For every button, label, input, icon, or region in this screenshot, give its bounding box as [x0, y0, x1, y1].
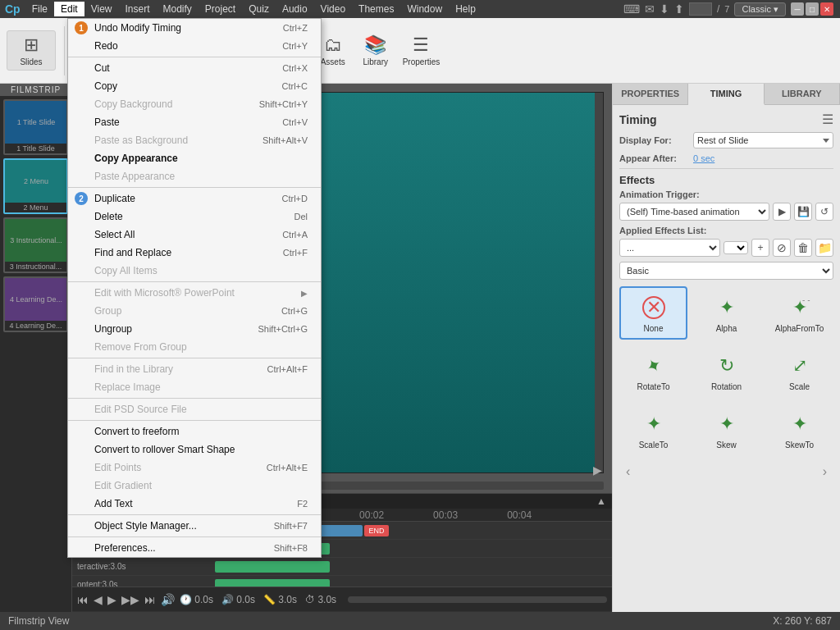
effect-alphafromto[interactable]: ✦- - AlphaFromTo	[765, 286, 833, 340]
delete-effect-btn[interactable]: ⊘	[773, 239, 791, 257]
menu-separator	[68, 420, 321, 421]
edit-menu-item-obj_style[interactable]: Object Style Manager...Shift+F7	[68, 517, 321, 535]
edit-menu-item-copy[interactable]: CopyCtrl+C	[68, 77, 321, 95]
edit-menu-item-remove_group: Remove From Group	[68, 338, 321, 356]
edit-menu-item-redo[interactable]: RedoCtrl+Y	[68, 37, 321, 55]
slide-thumb-1[interactable]: 1 Title Slide 1 Title Slide	[3, 99, 68, 155]
menu-item-themes[interactable]: Themes	[352, 2, 400, 16]
timeline-current-time: 🕐 0.0s 🔊 0.0s 📏 3.0s ⏱ 3.0s	[180, 594, 336, 605]
effects-title: Effects	[619, 174, 833, 186]
app-logo: Cp	[0, 2, 25, 16]
anim-trigger-select[interactable]: (Self) Time-based animation	[619, 203, 769, 221]
edit-menu-item-cut[interactable]: CutCtrl+X	[68, 59, 321, 77]
display-for-select[interactable]: Rest of Slide	[693, 132, 833, 148]
edit-menu-item-edit_points: Edit PointsCtrl+Alt+E	[68, 459, 321, 477]
prev-frame-btn[interactable]: ◀	[94, 593, 103, 606]
slide-thumb-3[interactable]: 3 Instructional... 3 Instructional...	[3, 217, 68, 273]
edit-menu-item-find_lib: Find in the LibraryCtrl+Alt+F	[68, 360, 321, 378]
edit-menu-item-group: GroupCtrl+G	[68, 302, 321, 320]
filmstrip-header: FILMSTRIP	[0, 84, 71, 96]
menu-item-modify[interactable]: Modify	[157, 2, 199, 16]
menu-item-audio[interactable]: Audio	[276, 2, 314, 16]
basic-select[interactable]: Basic	[619, 262, 833, 280]
right-panel: PROPERTIES TIMING LIBRARY Timing ☰ Displ…	[612, 84, 840, 612]
add-effect-btn[interactable]: +	[751, 239, 769, 257]
folder-effect-btn[interactable]: 📁	[815, 239, 833, 257]
prev-page-btn[interactable]: ‹	[626, 464, 630, 479]
applied-select[interactable]: ...	[619, 239, 720, 257]
nav-current-input[interactable]: 2	[689, 2, 712, 16]
menu-separator	[68, 187, 321, 188]
play-btn[interactable]: ▶	[107, 593, 116, 606]
menu-separator	[68, 398, 321, 399]
effect-rotation[interactable]: ↻ Rotation	[692, 345, 760, 398]
edit-menu-item-select_all[interactable]: Select AllCtrl+A	[68, 226, 321, 244]
edit-menu-item-convert_roll[interactable]: Convert to rollover Smart Shape	[68, 441, 321, 459]
menu-separator	[68, 281, 321, 282]
edit-menu-item-paste[interactable]: PasteCtrl+V	[68, 113, 321, 131]
timeline-scrollbar[interactable]	[348, 596, 607, 603]
menu-item-quiz[interactable]: Quiz	[242, 2, 276, 16]
next-page-btn[interactable]: ›	[823, 464, 827, 479]
menu-item-view[interactable]: View	[84, 2, 119, 16]
close-btn[interactable]: ✕	[820, 2, 833, 16]
save-anim-btn[interactable]: 💾	[794, 203, 812, 221]
go-end-btn[interactable]: ⏭	[144, 593, 156, 606]
menu-separator	[68, 536, 321, 537]
edit-menu-item-undo[interactable]: 1Undo Modify TimingCtrl+Z	[68, 19, 321, 37]
slides-label: Slides	[20, 57, 42, 66]
timing-menu-icon[interactable]: ☰	[822, 112, 833, 127]
effect-rotateto[interactable]: ✦ RotateTo	[619, 345, 687, 398]
go-start-btn[interactable]: ⏮	[77, 593, 89, 606]
edit-menu-item-copy_bg: Copy BackgroundShift+Ctrl+Y	[68, 95, 321, 113]
scroll-right-arrow[interactable]: ▶	[593, 463, 602, 477]
tab-timing[interactable]: TIMING	[688, 84, 764, 105]
menu-item-insert[interactable]: Insert	[119, 2, 157, 16]
menu-item-window[interactable]: Window	[400, 2, 449, 16]
slide-thumb-4[interactable]: 4 Learning De... 4 Learning De...	[3, 276, 68, 332]
effects-grid: ✕ None ✦ Alpha ✦- - AlphaFromTo ✦ Rotate…	[619, 286, 833, 456]
remove-effect-btn[interactable]: 🗑	[794, 239, 812, 257]
menu-separator	[68, 57, 321, 57]
classic-btn[interactable]: Classic ▾	[734, 2, 786, 16]
reset-anim-btn[interactable]: ↺	[815, 203, 833, 221]
slides-button[interactable]: ⊞ Slides	[7, 30, 56, 71]
edit-menu-item-prefs[interactable]: Preferences...Shift+F8	[68, 539, 321, 557]
tab-properties[interactable]: PROPERTIES	[613, 84, 688, 104]
edit-menu-item-ungroup[interactable]: UngroupShift+Ctrl+G	[68, 320, 321, 338]
maximize-btn[interactable]: □	[806, 2, 819, 16]
library-button[interactable]: 📚 Library	[355, 31, 396, 70]
edit-menu[interactable]: 1Undo Modify TimingCtrl+ZRedoCtrl+YCutCt…	[67, 18, 322, 558]
anim-trigger-row: (Self) Time-based animation ▶ 💾 ↺	[619, 203, 833, 221]
appear-after-value[interactable]: 0 sec	[693, 153, 714, 163]
effect-skewto[interactable]: ✦ SkewTo	[765, 403, 833, 456]
properties-button[interactable]: ☰ Properties	[398, 31, 445, 70]
menu-item-help[interactable]: Help	[449, 2, 482, 16]
vertical-scrollbar[interactable]	[595, 93, 603, 472]
slide-thumb-2[interactable]: 2 Menu 2 Menu	[3, 158, 68, 214]
minimize-btn[interactable]: ─	[791, 2, 804, 16]
effect-scaleto[interactable]: ✦ ScaleTo	[619, 403, 687, 456]
next-frame-btn[interactable]: ▶▶	[121, 593, 139, 606]
tab-library[interactable]: LIBRARY	[765, 84, 840, 104]
menu-item-file[interactable]: File	[25, 2, 54, 16]
menu-separator	[68, 358, 321, 358]
edit-menu-item-copy_app[interactable]: Copy Appearance	[68, 149, 321, 167]
edit-menu-item-delete[interactable]: DeleteDel	[68, 208, 321, 226]
play-anim-btn[interactable]: ▶	[773, 203, 791, 221]
applied-sub-select[interactable]	[724, 241, 748, 254]
appear-after-row: Appear After: 0 sec	[619, 153, 833, 163]
timing-section-title: Timing	[619, 113, 657, 126]
audio-btn[interactable]: 🔊	[161, 593, 175, 606]
menu-item-video[interactable]: Video	[314, 2, 352, 16]
edit-menu-item-find_replace[interactable]: Find and ReplaceCtrl+F	[68, 244, 321, 262]
effect-skew[interactable]: ✦ Skew	[692, 403, 760, 456]
menu-item-edit[interactable]: Edit	[54, 2, 84, 16]
effect-none[interactable]: ✕ None	[619, 286, 687, 340]
edit-menu-item-convert_free[interactable]: Convert to freeform	[68, 422, 321, 441]
effect-scale[interactable]: ⤢ Scale	[765, 345, 833, 398]
edit-menu-item-add_text[interactable]: Add TextF2	[68, 495, 321, 513]
menu-item-project[interactable]: Project	[199, 2, 242, 16]
edit-menu-item-duplicate[interactable]: 2DuplicateCtrl+D	[68, 189, 321, 208]
effect-alpha[interactable]: ✦ Alpha	[692, 286, 760, 340]
